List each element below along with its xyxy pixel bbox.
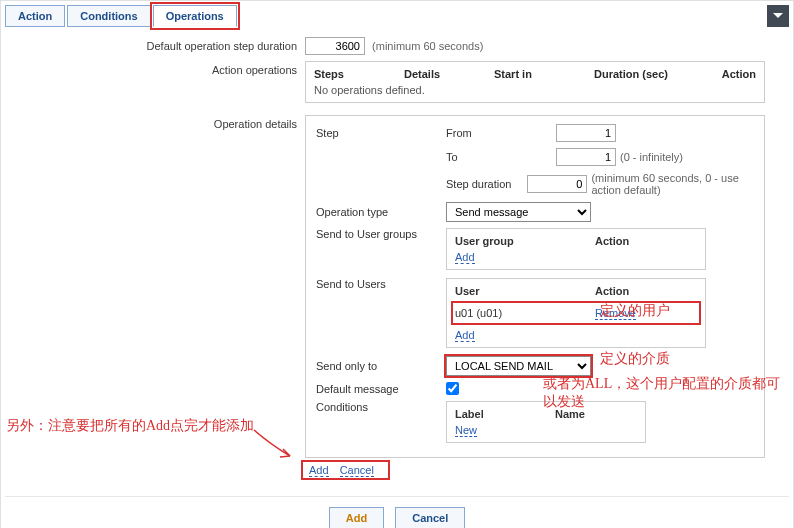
ug-th-group: User group — [455, 235, 595, 247]
th-details: Details — [404, 68, 494, 80]
defmsg-label: Default message — [316, 383, 446, 395]
duration-label: Default operation step duration — [5, 37, 305, 55]
tab-action[interactable]: Action — [5, 5, 65, 27]
ug-th-action: Action — [595, 235, 629, 247]
dropdown-icon[interactable] — [767, 5, 789, 27]
tabs-bar: Action Conditions Operations — [5, 5, 789, 27]
u-row-user: u01 (u01) — [455, 307, 595, 319]
to-hint: (0 - infinitely) — [620, 151, 683, 163]
op-details-label: Operation details — [5, 115, 305, 476]
th-startin: Start in — [494, 68, 594, 80]
users-table: User Action u01 (u01) Remove Add — [446, 278, 706, 348]
usergroups-label: Send to User groups — [316, 228, 446, 240]
from-input[interactable] — [556, 124, 616, 142]
duration-input[interactable] — [305, 37, 365, 55]
tab-operations[interactable]: Operations — [153, 5, 237, 27]
u-row-remove[interactable]: Remove — [595, 307, 636, 320]
duration-hint: (minimum 60 seconds) — [372, 40, 483, 52]
c-new-link[interactable]: New — [455, 424, 477, 437]
details-add[interactable]: Add — [309, 464, 329, 477]
defmsg-checkbox[interactable] — [446, 382, 459, 395]
footer-cancel-button[interactable]: Cancel — [395, 507, 465, 528]
u-th-action: Action — [595, 285, 629, 297]
from-label: From — [446, 127, 556, 139]
th-action: Action — [714, 68, 756, 80]
step-label: Step — [316, 127, 446, 139]
details-cancel[interactable]: Cancel — [340, 464, 374, 477]
users-label: Send to Users — [316, 278, 446, 290]
conditions-table: Label Name New — [446, 401, 646, 443]
sendonly-label: Send only to — [316, 360, 446, 372]
action-ops-table: Steps Details Start in Duration (sec) Ac… — [305, 61, 765, 103]
optype-select[interactable]: Send message — [446, 202, 591, 222]
th-duration: Duration (sec) — [594, 68, 714, 80]
stepdur-label: Step duration — [446, 178, 527, 190]
th-steps: Steps — [314, 68, 404, 80]
c-th-label: Label — [455, 408, 555, 420]
op-details-box: Step From To (0 - infinitely) — [305, 115, 765, 458]
u-th-user: User — [455, 285, 595, 297]
to-label: To — [446, 151, 556, 163]
action-ops-label: Action operations — [5, 61, 305, 103]
usergroups-table: User group Action Add — [446, 228, 706, 270]
ug-add-link[interactable]: Add — [455, 251, 475, 264]
footer: Add Cancel — [5, 496, 789, 528]
c-th-name: Name — [555, 408, 585, 420]
optype-label: Operation type — [316, 206, 446, 218]
stepdur-input[interactable] — [527, 175, 587, 193]
stepdur-hint: (minimum 60 seconds, 0 - use action defa… — [591, 172, 754, 196]
conditions-label: Conditions — [316, 401, 446, 413]
sendonly-select[interactable]: LOCAL SEND MAIL — [446, 356, 591, 376]
to-input[interactable] — [556, 148, 616, 166]
u-add-link[interactable]: Add — [455, 329, 475, 342]
details-cmds: Add Cancel — [305, 464, 386, 476]
no-ops-text: No operations defined. — [314, 84, 756, 96]
footer-add-button[interactable]: Add — [329, 507, 384, 528]
tab-conditions[interactable]: Conditions — [67, 5, 150, 27]
